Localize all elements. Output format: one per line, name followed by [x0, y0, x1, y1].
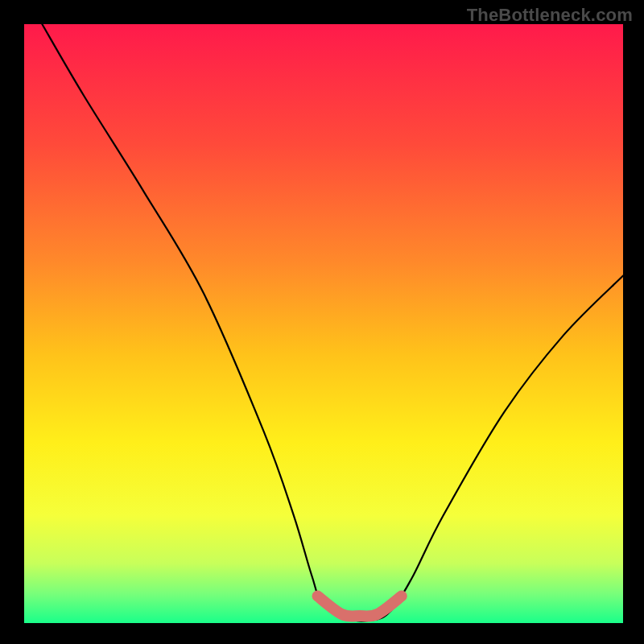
chart-frame: TheBottleneck.com — [0, 0, 644, 644]
plot-background — [24, 24, 623, 623]
bottleneck-chart-svg — [0, 0, 644, 644]
watermark-text: TheBottleneck.com — [467, 5, 633, 26]
